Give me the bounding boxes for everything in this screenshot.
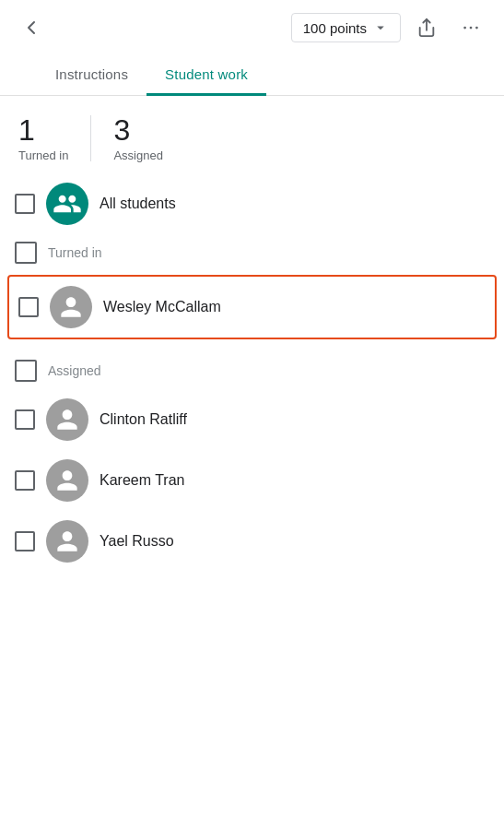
turned-in-section-header: Turned in	[0, 234, 504, 271]
turned-in-count: 1	[18, 114, 35, 147]
student-row-kareem[interactable]: Kareem Tran	[0, 450, 504, 511]
points-label: 100 points	[303, 20, 367, 36]
assigned-section-header: Assigned	[0, 352, 504, 389]
yael-name: Yael Russo	[100, 533, 174, 550]
more-button[interactable]	[452, 9, 489, 46]
tab-instructions[interactable]: Instructions	[37, 55, 147, 96]
clinton-checkbox[interactable]	[15, 409, 35, 430]
wesley-checkbox[interactable]	[18, 297, 39, 317]
svg-point-1	[463, 27, 466, 30]
assigned-count: 3	[113, 114, 130, 147]
all-students-label: All students	[100, 196, 176, 212]
all-students-avatar	[46, 183, 88, 225]
kareem-avatar	[46, 459, 88, 502]
stats-row: 1 Turned in 3 Assigned	[0, 96, 504, 173]
turned-in-section-label: Turned in	[48, 245, 102, 260]
stat-divider	[90, 115, 91, 161]
tabs-bar: Instructions Student work	[0, 55, 504, 96]
svg-point-3	[475, 27, 478, 30]
tab-student-work[interactable]: Student work	[147, 55, 266, 96]
kareem-checkbox[interactable]	[15, 470, 35, 491]
student-row-yael[interactable]: Yael Russo	[0, 511, 504, 572]
assigned-stat: 3 Assigned	[113, 114, 162, 162]
turned-in-section-checkbox[interactable]	[15, 242, 37, 264]
points-dropdown[interactable]: 100 points	[291, 13, 401, 42]
header-actions: 100 points	[291, 9, 489, 46]
yael-avatar	[46, 520, 88, 563]
wesley-name: Wesley McCallam	[103, 299, 221, 315]
back-button[interactable]	[15, 11, 48, 44]
turned-in-label: Turned in	[18, 148, 68, 162]
assigned-label: Assigned	[113, 148, 162, 162]
student-row-wesley[interactable]: Wesley McCallam	[7, 275, 497, 339]
assigned-section-checkbox[interactable]	[15, 360, 37, 382]
clinton-avatar	[46, 398, 88, 441]
all-students-row[interactable]: All students	[0, 173, 504, 234]
yael-checkbox[interactable]	[15, 531, 35, 551]
turned-in-stat: 1 Turned in	[18, 114, 68, 162]
share-button[interactable]	[408, 9, 445, 46]
clinton-name: Clinton Ratliff	[100, 411, 187, 428]
student-row-clinton[interactable]: Clinton Ratliff	[0, 389, 504, 450]
wesley-avatar	[50, 286, 92, 328]
svg-point-2	[470, 27, 473, 30]
header: 100 points	[0, 0, 504, 55]
all-students-checkbox[interactable]	[15, 194, 35, 214]
kareem-name: Kareem Tran	[100, 472, 184, 489]
assigned-section-label: Assigned	[48, 363, 101, 378]
